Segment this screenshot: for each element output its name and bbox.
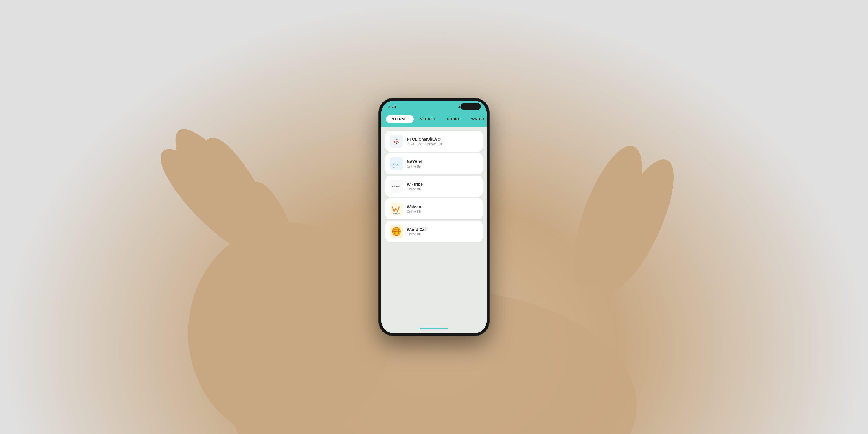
wateen-info: Wateen Online Bill <box>407 205 478 213</box>
worldcall-name: World Call <box>407 227 478 232</box>
service-item-wateen[interactable]: wateen Wateen Online Bill <box>385 198 483 219</box>
witribe-desc: Online Bill <box>407 187 478 191</box>
ptcl-name: PTCL CharJi/EVO <box>407 137 478 142</box>
svg-text:CALL: CALL <box>394 230 398 232</box>
svg-rect-22 <box>396 143 397 144</box>
bottom-bar <box>381 324 487 333</box>
svg-text:wi•tribe: wi•tribe <box>392 185 401 188</box>
svg-rect-9 <box>459 107 459 108</box>
tab-phone[interactable]: PHONE <box>443 115 465 123</box>
witribe-name: Wi-Tribe <box>407 182 478 187</box>
phone-screen: 8:29 INTERNET <box>381 101 487 333</box>
worldcall-desc: Online Bill <box>407 232 478 236</box>
wateen-desc: Online Bill <box>407 210 478 213</box>
tab-internet[interactable]: INTERNET <box>386 115 414 123</box>
svg-text:wateen: wateen <box>393 212 400 214</box>
svg-text:7NAYA: 7NAYA <box>391 163 400 166</box>
service-item-worldcall[interactable]: CALL World Call Online Bill <box>385 221 483 242</box>
service-item-nayatel[interactable]: 7NAYA tel NAYAtel Online Bill <box>385 153 483 174</box>
ptcl-desc: PTCL EVO Duplicate Bill <box>407 142 478 146</box>
tab-vehicle[interactable]: VEHICLE <box>415 115 441 123</box>
camera-pill <box>461 103 481 110</box>
witribe-logo: wi•tribe <box>390 180 403 193</box>
tab-bar: INTERNET VEHICLE PHONE WATER <box>381 113 487 127</box>
nayatel-info: NAYAtel Online Bill <box>407 159 478 168</box>
wateen-logo: wateen <box>390 203 403 215</box>
witribe-info: Wi-Tribe Online Bill <box>407 182 478 191</box>
nayatel-logo: 7NAYA tel <box>390 157 403 170</box>
ptcl-info: PTCL CharJi/EVO PTCL EVO Duplicate Bill <box>407 137 478 146</box>
status-bar: 8:29 <box>381 101 487 113</box>
nayatel-desc: Online Bill <box>407 165 478 168</box>
tab-water[interactable]: WATER <box>467 115 487 123</box>
service-list: PTCL EVO PTCL CharJi/EVO PTCL EVO Duplic… <box>381 127 487 324</box>
svg-text:EVO: EVO <box>394 140 399 143</box>
bottom-indicator <box>420 329 448 329</box>
nayatel-name: NAYAtel <box>407 159 478 164</box>
worldcall-info: World Call Online Bill <box>407 227 478 236</box>
phone-mockup: 8:29 INTERNET <box>379 98 489 336</box>
svg-text:tel: tel <box>393 166 395 168</box>
ptcl-logo: PTCL EVO <box>390 135 403 148</box>
service-item-ptcl[interactable]: PTCL EVO PTCL CharJi/EVO PTCL EVO Duplic… <box>385 131 483 152</box>
worldcall-logo: CALL <box>390 225 403 238</box>
status-icons <box>458 105 480 109</box>
phone-frame: 8:29 INTERNET <box>379 98 489 336</box>
status-time: 8:29 <box>388 105 396 109</box>
svg-rect-10 <box>460 106 460 108</box>
svg-text:PTCL: PTCL <box>394 138 399 140</box>
service-item-witribe[interactable]: wi•tribe Wi-Tribe Online Bill <box>385 176 483 197</box>
wateen-name: Wateen <box>407 205 478 209</box>
